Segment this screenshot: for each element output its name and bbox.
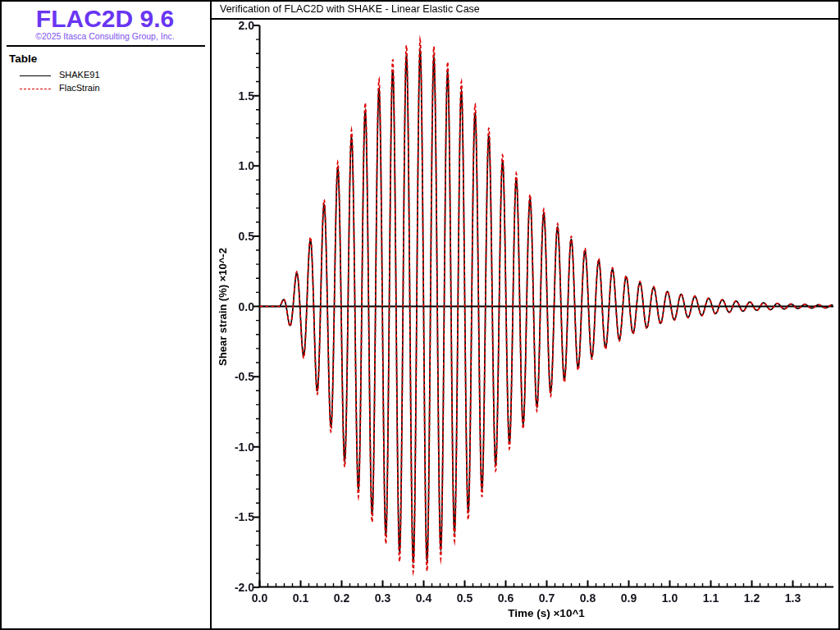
solid-line-sample xyxy=(20,75,51,76)
legend-title: Table xyxy=(9,52,37,65)
sidebar: FLAC2D 9.6 ©2025 Itasca Consulting Group… xyxy=(0,0,212,630)
x-axis-title: Time (s) ×10^1 xyxy=(382,607,710,619)
chart-title: Verification of FLAC2D with SHAKE - Line… xyxy=(220,3,480,15)
sidebar-rule xyxy=(7,45,205,47)
flac2d-plot-window: FLAC2D 9.6 ©2025 Itasca Consulting Group… xyxy=(0,0,840,630)
legend: SHAKE91FlacStrain xyxy=(0,69,210,95)
chart-title-bar: Verification of FLAC2D with SHAKE - Line… xyxy=(212,0,838,20)
legend-item: FlacStrain xyxy=(0,82,210,95)
legend-item-label: SHAKE91 xyxy=(59,70,100,80)
chart-panel: Verification of FLAC2D with SHAKE - Line… xyxy=(212,0,840,630)
app-logo: FLAC2D 9.6 xyxy=(0,5,210,33)
legend-item: SHAKE91 xyxy=(0,69,210,82)
dashed-line-sample xyxy=(20,89,51,89)
legend-item-label: FlacStrain xyxy=(59,83,100,93)
copyright-text: ©2025 Itasca Consulting Group, Inc. xyxy=(0,31,210,41)
y-axis-title: Shear strain (%) ×10^-2 xyxy=(217,184,230,430)
